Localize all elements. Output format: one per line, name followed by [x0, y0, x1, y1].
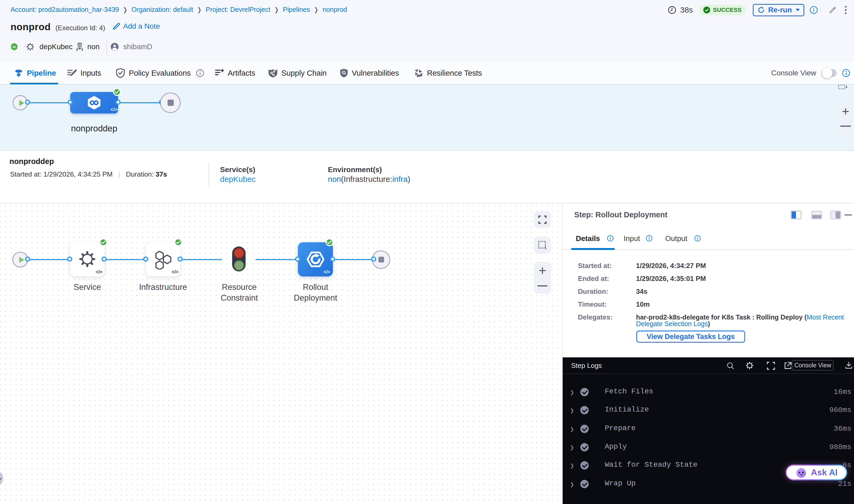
- svg-text:∞: ∞: [13, 44, 16, 49]
